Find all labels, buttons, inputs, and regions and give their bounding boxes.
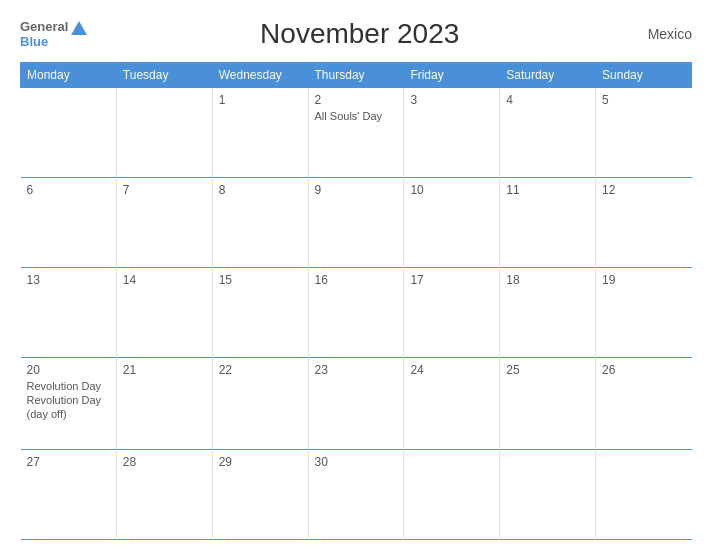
calendar-cell: 18 — [500, 267, 596, 357]
calendar-cell: 19 — [596, 267, 692, 357]
country-label: Mexico — [632, 26, 692, 42]
calendar-cell — [21, 88, 117, 178]
calendar-cell — [500, 450, 596, 540]
calendar-week-row: 13141516171819 — [21, 267, 692, 357]
calendar-cell: 5 — [596, 88, 692, 178]
calendar-cell: 20Revolution DayRevolution Day (day off) — [21, 357, 117, 449]
calendar-cell: 29 — [212, 450, 308, 540]
day-number: 23 — [315, 363, 398, 377]
day-number: 13 — [27, 273, 110, 287]
calendar-week-row: 12All Souls' Day345 — [21, 88, 692, 178]
day-number: 27 — [27, 455, 110, 469]
day-number: 12 — [602, 183, 685, 197]
day-number: 3 — [410, 93, 493, 107]
day-number: 28 — [123, 455, 206, 469]
weekday-header: Sunday — [596, 63, 692, 88]
day-number: 17 — [410, 273, 493, 287]
day-number: 24 — [410, 363, 493, 377]
calendar-cell: 24 — [404, 357, 500, 449]
day-number: 4 — [506, 93, 589, 107]
day-number: 21 — [123, 363, 206, 377]
calendar-header-row: MondayTuesdayWednesdayThursdayFridaySatu… — [21, 63, 692, 88]
weekday-header: Friday — [404, 63, 500, 88]
day-number: 1 — [219, 93, 302, 107]
day-event: Revolution Day — [27, 379, 110, 393]
day-number: 8 — [219, 183, 302, 197]
day-number: 30 — [315, 455, 398, 469]
day-event: Revolution Day (day off) — [27, 393, 110, 422]
calendar-cell: 17 — [404, 267, 500, 357]
day-number: 11 — [506, 183, 589, 197]
day-number: 14 — [123, 273, 206, 287]
calendar-cell: 21 — [116, 357, 212, 449]
calendar-cell: 6 — [21, 177, 117, 267]
weekday-header: Saturday — [500, 63, 596, 88]
day-number: 5 — [602, 93, 685, 107]
day-event: All Souls' Day — [315, 109, 398, 123]
calendar-week-row: 6789101112 — [21, 177, 692, 267]
day-number: 25 — [506, 363, 589, 377]
calendar-cell — [116, 88, 212, 178]
logo: General Blue — [20, 19, 87, 49]
calendar-cell — [596, 450, 692, 540]
day-number: 18 — [506, 273, 589, 287]
day-number: 19 — [602, 273, 685, 287]
calendar-week-row: 27282930 — [21, 450, 692, 540]
calendar-week-row: 20Revolution DayRevolution Day (day off)… — [21, 357, 692, 449]
calendar-cell: 4 — [500, 88, 596, 178]
page: General Blue November 2023 Mexico Monday… — [0, 0, 712, 550]
day-number: 29 — [219, 455, 302, 469]
day-number: 15 — [219, 273, 302, 287]
calendar-cell: 22 — [212, 357, 308, 449]
calendar-cell: 11 — [500, 177, 596, 267]
calendar-cell: 14 — [116, 267, 212, 357]
day-number: 26 — [602, 363, 685, 377]
calendar-cell: 8 — [212, 177, 308, 267]
calendar-cell: 9 — [308, 177, 404, 267]
calendar-cell: 2All Souls' Day — [308, 88, 404, 178]
day-number: 7 — [123, 183, 206, 197]
calendar-cell: 28 — [116, 450, 212, 540]
calendar-cell: 26 — [596, 357, 692, 449]
calendar-cell: 12 — [596, 177, 692, 267]
calendar-cell: 27 — [21, 450, 117, 540]
calendar-cell: 25 — [500, 357, 596, 449]
calendar-cell: 16 — [308, 267, 404, 357]
day-number: 22 — [219, 363, 302, 377]
calendar-title: November 2023 — [87, 18, 632, 50]
day-number: 10 — [410, 183, 493, 197]
weekday-header: Tuesday — [116, 63, 212, 88]
day-number: 9 — [315, 183, 398, 197]
calendar-cell: 23 — [308, 357, 404, 449]
header: General Blue November 2023 Mexico — [20, 18, 692, 50]
calendar-cell: 15 — [212, 267, 308, 357]
calendar-cell: 30 — [308, 450, 404, 540]
calendar-cell: 10 — [404, 177, 500, 267]
logo-triangle-icon — [71, 21, 87, 35]
calendar-cell: 1 — [212, 88, 308, 178]
logo-general-text: General — [20, 20, 68, 34]
calendar-cell: 7 — [116, 177, 212, 267]
calendar-cell: 3 — [404, 88, 500, 178]
weekday-header: Thursday — [308, 63, 404, 88]
day-number: 6 — [27, 183, 110, 197]
calendar-cell: 13 — [21, 267, 117, 357]
weekday-header: Wednesday — [212, 63, 308, 88]
calendar-cell — [404, 450, 500, 540]
calendar-table: MondayTuesdayWednesdayThursdayFridaySatu… — [20, 62, 692, 540]
day-number: 2 — [315, 93, 398, 107]
logo-blue-text: Blue — [20, 35, 48, 49]
day-number: 20 — [27, 363, 110, 377]
weekday-header: Monday — [21, 63, 117, 88]
day-number: 16 — [315, 273, 398, 287]
